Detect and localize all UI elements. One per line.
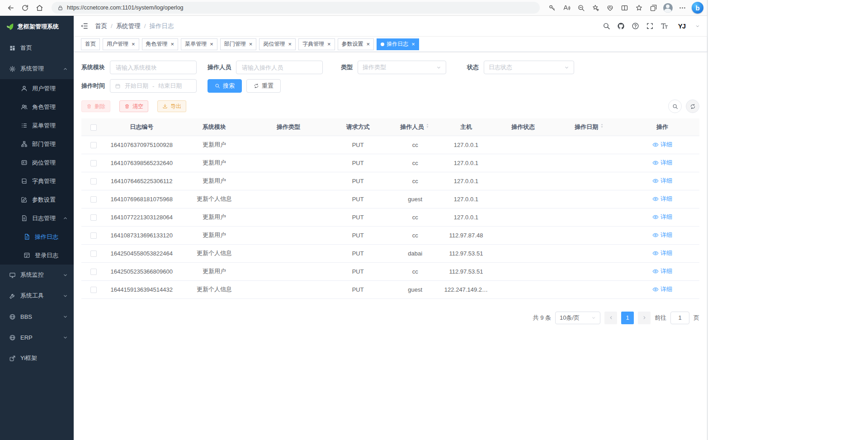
detail-link[interactable]: 详细 xyxy=(652,141,672,149)
bing-copilot-button[interactable] xyxy=(692,2,703,14)
tab-dict-management[interactable]: 字典管理 × xyxy=(298,38,335,50)
row-checkbox[interactable] xyxy=(90,232,97,239)
breadcrumb-home[interactable]: 首页 xyxy=(95,22,107,30)
col-operator[interactable]: 操作人员 xyxy=(390,118,439,136)
fullscreen-icon[interactable] xyxy=(646,22,654,30)
goto-page-input[interactable] xyxy=(670,312,689,324)
profile-button[interactable] xyxy=(661,1,675,14)
tab-home[interactable]: 首页 xyxy=(81,38,100,50)
delete-button[interactable]: 删除 xyxy=(81,100,110,112)
page-size-select[interactable]: 10条/页 xyxy=(555,312,600,324)
detail-link[interactable]: 详细 xyxy=(652,267,672,275)
sidebar-item-dict-management[interactable]: 字典管理 xyxy=(0,172,74,190)
prev-page-button[interactable] xyxy=(604,312,617,324)
close-icon[interactable]: × xyxy=(411,41,415,47)
row-checkbox[interactable] xyxy=(90,160,97,166)
row-checkbox[interactable] xyxy=(90,251,97,257)
detail-link[interactable]: 详细 xyxy=(652,231,672,239)
close-icon[interactable]: × xyxy=(288,41,292,47)
row-checkbox[interactable] xyxy=(90,196,97,203)
row-checkbox[interactable] xyxy=(90,142,97,148)
tags-view-bar: 首页 用户管理 × 角色管理 × 菜单管理 × 部门管理 × xyxy=(74,37,707,52)
detail-link[interactable]: 详细 xyxy=(652,249,672,257)
reload-button[interactable] xyxy=(18,1,32,14)
export-button[interactable]: 导出 xyxy=(157,100,186,112)
tab-menu-management[interactable]: 菜单管理 × xyxy=(181,38,217,50)
split-screen-button[interactable] xyxy=(618,1,631,14)
show-search-button[interactable] xyxy=(668,99,682,113)
sidebar-item-user-management[interactable]: 用户管理 xyxy=(0,79,74,98)
read-aloud-button[interactable] xyxy=(560,1,573,14)
close-icon[interactable]: × xyxy=(171,41,175,47)
back-button[interactable] xyxy=(4,1,17,14)
tab-dept-management[interactable]: 部门管理 × xyxy=(220,38,257,50)
password-key-button[interactable] xyxy=(545,1,559,14)
sidebar-item-system-tools[interactable]: 系统工具 xyxy=(0,285,74,306)
module-input[interactable] xyxy=(110,61,197,74)
sidebar-item-erp[interactable]: ERP xyxy=(0,327,74,348)
zoom-button[interactable] xyxy=(574,1,588,14)
collections-button[interactable] xyxy=(646,1,660,14)
font-size-icon[interactable] xyxy=(660,22,668,30)
sidebar-item-yi-framework[interactable]: Yi框架 xyxy=(0,348,74,369)
close-icon[interactable]: × xyxy=(367,41,370,47)
add-favorite-button[interactable] xyxy=(589,1,602,14)
sidebar-item-system-management[interactable]: 系统管理 xyxy=(0,58,74,79)
sidebar-item-bbs[interactable]: BBS xyxy=(0,306,74,327)
favorites-button[interactable] xyxy=(632,1,646,14)
browser-menu-button[interactable] xyxy=(675,1,689,14)
sort-icon[interactable] xyxy=(425,123,430,129)
clear-button[interactable]: 清空 xyxy=(119,100,148,112)
sort-icon[interactable] xyxy=(599,123,604,129)
detail-link[interactable]: 详细 xyxy=(652,213,672,221)
detail-link[interactable]: 详细 xyxy=(652,159,672,167)
sidebar-item-dept-management[interactable]: 部门管理 xyxy=(0,135,74,153)
address-bar[interactable]: https://ccnetcore.com:1101/system/log/op… xyxy=(52,2,540,14)
operator-input[interactable] xyxy=(236,61,323,74)
search-icon[interactable] xyxy=(603,22,610,30)
tab-user-management[interactable]: 用户管理 × xyxy=(103,38,139,50)
detail-link[interactable]: 详细 xyxy=(652,177,672,185)
select-all-checkbox[interactable] xyxy=(90,124,97,131)
close-icon[interactable]: × xyxy=(327,41,331,47)
github-icon[interactable] xyxy=(617,22,625,30)
tab-param-settings[interactable]: 参数设置 × xyxy=(338,38,374,50)
refresh-table-button[interactable] xyxy=(686,99,699,113)
tab-role-management[interactable]: 角色管理 × xyxy=(142,38,179,50)
row-checkbox[interactable] xyxy=(90,214,97,221)
sidebar-item-post-management[interactable]: 岗位管理 xyxy=(0,153,74,172)
row-checkbox[interactable] xyxy=(90,287,97,293)
date-range-input[interactable]: 开始日期 - 结束日期 xyxy=(110,79,197,93)
user-logo[interactable]: YJ xyxy=(675,19,689,33)
next-page-button[interactable] xyxy=(638,312,651,324)
sidebar-item-role-management[interactable]: 角色管理 xyxy=(0,98,74,116)
help-icon[interactable] xyxy=(632,22,639,30)
sidebar-collapse-button[interactable] xyxy=(80,22,89,30)
sidebar-item-operation-log[interactable]: 操作日志 xyxy=(0,227,74,246)
row-checkbox[interactable] xyxy=(90,178,97,185)
type-select[interactable]: 操作类型 xyxy=(358,61,446,74)
reset-button[interactable]: 重置 xyxy=(246,79,281,93)
browser-essentials-button[interactable] xyxy=(603,1,617,14)
sidebar-item-home[interactable]: 首页 xyxy=(0,38,74,58)
page-number-button[interactable]: 1 xyxy=(621,312,634,324)
detail-link[interactable]: 详细 xyxy=(652,285,672,293)
status-select[interactable]: 日志状态 xyxy=(484,61,574,74)
row-checkbox[interactable] xyxy=(90,269,97,275)
search-button[interactable]: 搜索 xyxy=(208,79,242,93)
tab-operation-log[interactable]: 操作日志 × xyxy=(377,38,419,50)
browser-home-button[interactable] xyxy=(33,1,46,14)
detail-link[interactable]: 详细 xyxy=(652,195,672,203)
close-icon[interactable]: × xyxy=(210,41,213,47)
tab-post-management[interactable]: 岗位管理 × xyxy=(259,38,296,50)
close-icon[interactable]: × xyxy=(132,41,135,47)
sidebar-item-log-management[interactable]: 日志管理 xyxy=(0,209,74,227)
sidebar-item-param-settings[interactable]: 参数设置 xyxy=(0,190,74,209)
eye-icon xyxy=(652,196,659,202)
col-date[interactable]: 操作日期 xyxy=(554,118,625,136)
close-icon[interactable]: × xyxy=(249,41,253,47)
sidebar-item-system-monitor[interactable]: 系统监控 xyxy=(0,265,74,285)
sidebar-item-login-log[interactable]: 登录日志 xyxy=(0,246,74,265)
sidebar-item-menu-management[interactable]: 菜单管理 xyxy=(0,116,74,135)
breadcrumb-system-management[interactable]: 系统管理 xyxy=(116,22,141,30)
